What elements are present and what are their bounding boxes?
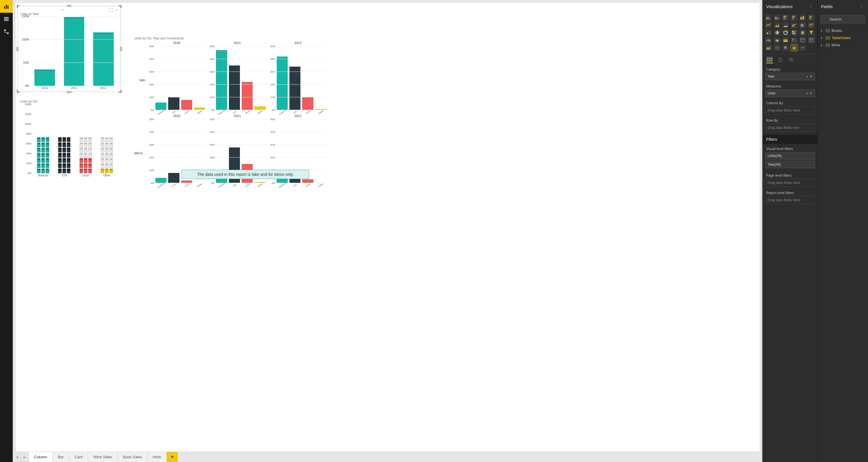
viz-type-icon[interactable]	[791, 45, 798, 51]
viz-type-icon[interactable]	[782, 22, 789, 28]
remove-field-icon[interactable]: ✕	[809, 75, 812, 79]
nav-model-icon[interactable]	[0, 26, 13, 38]
viz-type-icon[interactable]	[799, 37, 806, 44]
fields-search-input[interactable]: Search	[820, 15, 865, 24]
field-table-books[interactable]: ▸Books	[819, 27, 866, 34]
page-tab-hints[interactable]: Hints	[148, 452, 167, 462]
resize-handle[interactable]	[16, 47, 19, 51]
pictogram-column[interactable]	[32, 104, 54, 173]
viz-type-icon[interactable]	[765, 37, 772, 44]
format-tab-icon[interactable]	[777, 56, 784, 63]
viz-type-icon[interactable]	[799, 22, 806, 28]
bar[interactable]	[64, 17, 85, 86]
columnby-dropzone[interactable]: Drag data fields here	[765, 106, 815, 114]
viz-type-icon[interactable]: 123	[774, 37, 781, 44]
viz-units-by-os-year-connectivity[interactable]: Units by OS, Year and Connectivity 20102…	[134, 36, 328, 187]
bar[interactable]	[289, 67, 301, 110]
bar[interactable]	[93, 32, 114, 86]
viz-type-icon[interactable]	[782, 30, 789, 36]
page-tab-bar[interactable]: Bar	[53, 452, 69, 462]
facet-cell[interactable]: 50M40M30M20M10M0MAndroidiOSLinuxOther	[207, 46, 268, 114]
viz-type-icon[interactable]	[774, 15, 781, 21]
bar[interactable]	[216, 50, 227, 110]
device-icon	[67, 153, 70, 157]
viz-type-icon[interactable]	[799, 45, 806, 51]
disclaimer-text: The data used in this report is fake and…	[197, 172, 294, 177]
focus-mode-icon[interactable]: ⛶	[109, 7, 113, 11]
resize-handle[interactable]	[120, 47, 122, 51]
rowby-dropzone[interactable]: Drag data fields here	[765, 124, 815, 132]
report-filters-dropzone[interactable]: Drag data fields here	[765, 196, 815, 204]
page-tab-book-sales[interactable]: Book Sales	[118, 452, 148, 462]
viz-type-icon[interactable]	[791, 22, 798, 28]
viz-type-icon[interactable]	[782, 37, 789, 44]
category-field-well[interactable]: Year ▾✕	[765, 73, 815, 80]
viz-drag-handle[interactable]: ═	[20, 7, 107, 11]
viz-type-icon[interactable]	[799, 30, 806, 36]
expand-icon[interactable]: ▸	[821, 44, 824, 47]
viz-type-icon[interactable]	[765, 15, 772, 21]
more-options-icon[interactable]: ⋯	[115, 7, 119, 11]
pictogram-column[interactable]	[75, 104, 96, 173]
rowby-label: Row By	[763, 117, 817, 124]
viz-type-icon[interactable]	[791, 15, 798, 21]
nav-data-icon[interactable]	[0, 13, 13, 26]
viz-type-icon[interactable]	[774, 30, 781, 36]
resize-handle[interactable]	[67, 5, 71, 7]
expand-icon[interactable]: ▸	[821, 36, 824, 39]
axis-tick: 100M	[25, 122, 31, 125]
bar[interactable]	[34, 69, 55, 86]
viz-type-icon[interactable]	[808, 15, 815, 21]
viz-type-icon[interactable]: 1	[791, 37, 798, 44]
bar[interactable]	[242, 82, 253, 110]
viz-type-icon[interactable]	[765, 45, 772, 51]
add-page-button[interactable]: +	[167, 452, 178, 462]
viz-type-icon[interactable]	[765, 22, 772, 28]
viz-units-by-year[interactable]: ═ ⛶ ⋯ Units by Year 150M100M50M0M 201020…	[19, 7, 120, 91]
page-next-icon[interactable]: ▶	[21, 452, 29, 462]
viz-type-icon[interactable]	[808, 30, 815, 36]
viz-type-icon[interactable]	[808, 37, 815, 44]
svg-point-67	[777, 47, 778, 48]
facet-cell[interactable]: 50M40M30M20M10M0MAndroidiOSLinuxOther	[268, 46, 328, 114]
page-tab-card[interactable]: Card	[69, 452, 88, 462]
viz-type-icon[interactable]	[774, 22, 781, 28]
report-canvas[interactable]: ═ ⛶ ⋯ Units by Year 150M100M50M0M 201020…	[16, 3, 760, 452]
facet-cell[interactable]: 50M40M30M20M10M0MAndroidiOSLinuxOther	[147, 46, 207, 114]
page-filters-dropzone[interactable]: Drag data fields here	[765, 179, 815, 187]
collapse-panel-icon[interactable]: 〉	[810, 4, 814, 9]
device-icon	[101, 148, 104, 152]
device-icon	[84, 148, 87, 152]
remove-field-icon[interactable]: ✕	[809, 91, 812, 95]
fields-tab-icon[interactable]	[766, 56, 773, 63]
device-icon	[37, 148, 40, 152]
nav-report-icon[interactable]	[0, 0, 13, 13]
viz-type-icon[interactable]	[808, 22, 815, 28]
axis-tick: 2010	[30, 86, 59, 91]
viz-type-icon[interactable]	[799, 15, 806, 21]
page-tab-wine-sales[interactable]: Wine Sales	[88, 452, 118, 462]
pictogram-column[interactable]	[54, 104, 75, 173]
device-icon	[80, 153, 83, 157]
expand-icon[interactable]: ▸	[821, 29, 824, 32]
pictogram-column[interactable]	[96, 104, 118, 173]
analytics-tab-icon[interactable]	[788, 56, 795, 63]
bar[interactable]	[277, 56, 288, 110]
collapse-panel-icon[interactable]: 〉	[861, 4, 865, 9]
viz-type-icon[interactable]	[774, 45, 781, 51]
bar[interactable]	[229, 65, 240, 110]
viz-type-icon[interactable]	[791, 30, 798, 36]
viz-type-icon[interactable]: R	[782, 45, 789, 51]
visual-filter-item[interactable]: Year(All)	[765, 161, 815, 168]
field-table-wine[interactable]: ▸Wine	[819, 41, 866, 49]
page-prev-icon[interactable]: ◀	[13, 452, 21, 462]
measures-field-well[interactable]: Units ▾✕	[765, 89, 815, 97]
visual-filter-item[interactable]: Units(All)	[765, 152, 815, 160]
device-icon	[88, 158, 92, 163]
viz-type-icon[interactable]	[765, 30, 772, 36]
viz-type-icon[interactable]	[782, 15, 789, 21]
page-tab-column[interactable]: Column	[29, 452, 53, 462]
viz-units-by-os[interactable]: Units by OS 140M120M100M80M60M40M20M0M A…	[19, 98, 120, 179]
field-table-tabletsales[interactable]: ▸TabletSales	[819, 34, 866, 41]
resize-handle[interactable]	[67, 91, 71, 93]
